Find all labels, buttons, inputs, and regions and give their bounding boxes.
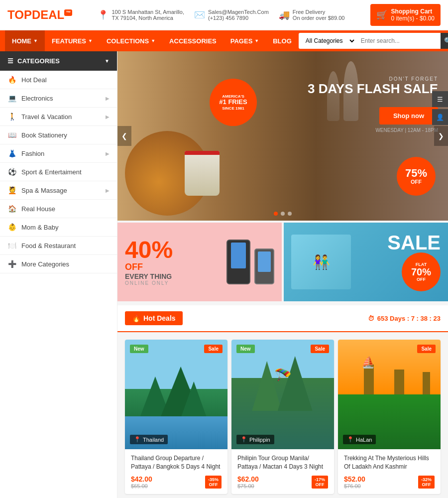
sidebar-item-house[interactable]: 🏠 Real House	[0, 200, 117, 218]
couple-visual: 👫	[291, 235, 351, 289]
sidebar-item-fashion[interactable]: 👗 Fashion ▶	[0, 144, 117, 163]
nav-arrow-icon: ▼	[33, 38, 38, 43]
sidebar-item-hot-deal[interactable]: 🔥 Hot Deal	[0, 71, 117, 89]
pin-icon: 📍	[134, 436, 141, 443]
nav-features[interactable]: FEATURES ▼	[45, 30, 100, 51]
thailand-scene	[125, 340, 227, 449]
delivery-icon: 🚚	[279, 9, 290, 20]
sidebar-item-electronics[interactable]: 💻 Electronics ▶	[0, 89, 117, 108]
spa-icon: 💆	[7, 186, 16, 194]
windmill-pole3	[423, 372, 430, 394]
windmill-pole2	[394, 370, 404, 394]
product-pricing-halan: $52.00 $76.00 -32% OFF	[344, 475, 435, 489]
chevron-right-icon: ▶	[106, 188, 110, 193]
slider-dots	[274, 212, 292, 216]
hero-text: DON'T FORGET 3 DAYS FLASH SALE Shop now …	[308, 76, 438, 133]
address-text: 100 S Manhattan St, Amarillo, TX 79104, …	[112, 9, 184, 21]
nav-collections[interactable]: COLECTIONS ▼	[100, 30, 162, 51]
product-info-philippin: Philipin Tour Group Manila/ Pattaya / Ma…	[231, 449, 334, 494]
nav-accessories[interactable]: ACCESSORIES	[162, 30, 224, 51]
slider-next-button[interactable]: ❯	[434, 126, 448, 146]
user-panel-button[interactable]: 👤	[432, 109, 448, 125]
house-icon: 🏠	[7, 205, 16, 213]
phone-screen-1	[231, 243, 246, 268]
location-tag-thailand: 📍 Thailand	[130, 435, 168, 444]
water	[125, 416, 227, 449]
jump-figure: 🪂	[274, 367, 292, 383]
slider-dot-3[interactable]	[288, 212, 292, 216]
promo-left-banner[interactable]: 40% OFF EVERY THING ONLINE ONLY	[117, 223, 282, 301]
badge-sale-philippin: Sale	[311, 345, 329, 353]
slider-dot-1[interactable]	[274, 212, 278, 216]
product-image-halan: ⛵ Sale 📍 HaLan	[338, 340, 441, 449]
fries-cup	[185, 151, 220, 196]
promo-banners: 40% OFF EVERY THING ONLINE ONLY	[117, 221, 448, 303]
sidebar-item-food[interactable]: 🍽️ Food & Restaurant	[0, 237, 117, 255]
promo-right-banner[interactable]: 👫 SALE FLAT 70% OFF	[284, 223, 448, 301]
product-info-halan: Trekking At The Mysterious Hills Of Lada…	[338, 449, 441, 494]
promo-percentage: 40%	[125, 238, 173, 262]
cart-button[interactable]: 🛒 Shopping Cart 0 item(s) - $0.00	[370, 4, 441, 26]
cliff2	[278, 356, 313, 411]
phone-2	[254, 249, 274, 284]
discount-badge-philippin: -17% OFF	[312, 476, 328, 489]
slider-dot-2[interactable]	[281, 212, 285, 216]
nav-pages[interactable]: PAGES ▼	[224, 30, 266, 51]
hot-deals-title: 🔥 Hot Deals	[125, 311, 183, 325]
fashion-icon: 👗	[7, 149, 16, 157]
nav-arrow-icon: ▼	[88, 38, 93, 43]
content-area: AMERICA'S #1 FRIES SINCE 1981 DON'T FORG…	[117, 51, 448, 498]
price-area-halan: $52.00 $76.00	[344, 475, 365, 489]
discount-badge-thailand: -35% OFF	[205, 476, 222, 489]
nav-arrow-icon: ▼	[151, 38, 155, 43]
sidebar-header: ☰ CATEGORIES ▼	[0, 51, 117, 71]
logo[interactable]: TOPDEAL™	[7, 8, 72, 22]
product-pricing-thailand: $42.00 $65.00 -35% OFF	[131, 475, 222, 489]
phones-visual	[226, 240, 274, 284]
badge-sale-halan: Sale	[417, 345, 436, 353]
email-icon: ✉️	[194, 9, 205, 20]
location-tag-halan: 📍 HaLan	[343, 435, 376, 444]
sidebar-item-book[interactable]: 📖 Book Stationery	[0, 126, 117, 144]
sidebar-item-spa[interactable]: 💆 Spa & Massage ▶	[0, 181, 117, 200]
sidebar-item-baby[interactable]: 👶 Mom & Baby	[0, 218, 117, 237]
countdown-timer: ⏱ 653 Days : 7 : 38 : 23	[368, 315, 441, 322]
sidebar-item-travel[interactable]: 🚶 Travel & Vacation ▶	[0, 108, 117, 126]
location-tag-philippin: 📍 Philippin	[236, 435, 274, 444]
shop-now-button[interactable]: Shop now	[379, 107, 438, 124]
hero-background: AMERICA'S #1 FRIES SINCE 1981 DON'T FORG…	[117, 51, 448, 221]
flat-badge: FLAT 70% OFF	[402, 252, 441, 291]
slider-prev-button[interactable]: ❮	[117, 126, 131, 146]
menu-panel-button[interactable]: ☰	[432, 91, 448, 107]
hot-deals-header: 🔥 Hot Deals ⏱ 653 Days : 7 : 38 : 23	[117, 305, 448, 332]
hero-slider: AMERICA'S #1 FRIES SINCE 1981 DON'T FORG…	[117, 51, 448, 221]
product-image-philippin: 🪂 New Sale 📍 Philippin	[231, 340, 334, 449]
baby-icon: 👶	[7, 223, 16, 231]
philippin-scene: 🪂	[231, 340, 334, 449]
chevron-right-icon: ▶	[106, 151, 110, 156]
search-input[interactable]	[356, 33, 441, 49]
nav-home[interactable]: HOME ▼	[5, 30, 45, 51]
product-title-philippin: Philipin Tour Group Manila/ Pattaya / Ma…	[237, 454, 328, 471]
main-layout: ☰ CATEGORIES ▼ 🔥 Hot Deal 💻 Electronics …	[0, 51, 448, 498]
search-button[interactable]: 🔍	[441, 33, 448, 49]
windmill1: ⛵	[361, 356, 375, 369]
chevron-right-icon: ▶	[106, 96, 110, 101]
fries-badge: AMERICA'S #1 FRIES SINCE 1981	[210, 79, 257, 126]
email-text: Sales@MagenTech.Com (+123) 456 7890	[208, 9, 269, 21]
price-area-philippin: $62.00 $75.00	[237, 475, 259, 489]
product-pricing-philippin: $62.00 $75.00 -17% OFF	[237, 475, 328, 489]
hot-deal-icon: 🔥	[7, 76, 16, 84]
cup-stripe	[185, 151, 220, 155]
sidebar-item-more[interactable]: ➕ More Categories	[0, 255, 117, 273]
product-image-thailand: New Sale 📍 Thailand	[125, 340, 227, 449]
search-category-select[interactable]: All Categories	[299, 33, 356, 49]
menu-icon: ☰	[7, 57, 13, 65]
location-icon: 📍	[98, 9, 109, 20]
address-info: 📍 100 S Manhattan St, Amarillo, TX 79104…	[98, 9, 184, 21]
side-panel: ☰ 👤	[432, 91, 448, 125]
sidebar-item-sport[interactable]: ⚽ Sport & Entertaiment	[0, 163, 117, 181]
nav-blog[interactable]: BLOG	[266, 30, 299, 51]
product-card-thailand: New Sale 📍 Thailand Thailand Group Depar…	[125, 340, 227, 494]
fire-icon: 🔥	[132, 314, 140, 322]
